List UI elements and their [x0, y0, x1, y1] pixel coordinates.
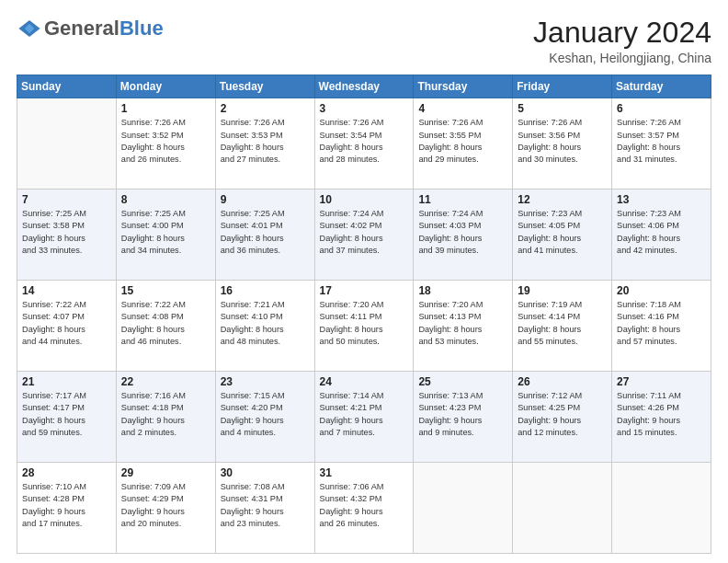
calendar-cell-w5-d2: 29Sunrise: 7:09 AM Sunset: 4:29 PM Dayli… [116, 463, 215, 554]
day-content: Sunrise: 7:12 AM Sunset: 4:25 PM Dayligh… [518, 390, 607, 439]
day-number: 28 [22, 466, 111, 479]
calendar-cell-w3-d5: 18Sunrise: 7:20 AM Sunset: 4:13 PM Dayli… [414, 281, 513, 372]
day-content: Sunrise: 7:25 AM Sunset: 4:01 PM Dayligh… [221, 208, 310, 257]
day-content: Sunrise: 7:21 AM Sunset: 4:10 PM Dayligh… [221, 299, 310, 348]
day-number: 4 [418, 102, 507, 115]
day-content: Sunrise: 7:08 AM Sunset: 4:31 PM Dayligh… [221, 481, 310, 530]
calendar-header-row: Sunday Monday Tuesday Wednesday Thursday… [17, 75, 711, 98]
calendar-cell-w1-d7: 6Sunrise: 7:26 AM Sunset: 3:57 PM Daylig… [612, 98, 711, 190]
calendar-cell-w5-d1: 28Sunrise: 7:10 AM Sunset: 4:28 PM Dayli… [17, 463, 117, 554]
day-number: 24 [320, 375, 409, 388]
day-content: Sunrise: 7:26 AM Sunset: 3:54 PM Dayligh… [320, 117, 409, 166]
calendar-cell-w3-d3: 16Sunrise: 7:21 AM Sunset: 4:10 PM Dayli… [215, 281, 314, 372]
calendar-cell-w4-d2: 22Sunrise: 7:16 AM Sunset: 4:18 PM Dayli… [116, 372, 215, 463]
day-content: Sunrise: 7:20 AM Sunset: 4:13 PM Dayligh… [418, 299, 507, 348]
calendar-cell-w1-d2: 1Sunrise: 7:26 AM Sunset: 3:52 PM Daylig… [116, 98, 215, 190]
calendar-cell-w4-d3: 23Sunrise: 7:15 AM Sunset: 4:20 PM Dayli… [215, 372, 314, 463]
day-content: Sunrise: 7:13 AM Sunset: 4:23 PM Dayligh… [418, 390, 507, 439]
calendar-cell-w2-d2: 8Sunrise: 7:25 AM Sunset: 4:00 PM Daylig… [116, 190, 215, 281]
calendar-cell-w1-d4: 3Sunrise: 7:26 AM Sunset: 3:54 PM Daylig… [314, 98, 414, 190]
calendar-week-row-3: 14Sunrise: 7:22 AM Sunset: 4:07 PM Dayli… [17, 281, 711, 372]
day-number: 18 [418, 284, 507, 297]
day-content: Sunrise: 7:22 AM Sunset: 4:08 PM Dayligh… [121, 299, 210, 348]
logo-icon [17, 20, 42, 37]
day-number: 6 [617, 102, 706, 115]
day-content: Sunrise: 7:09 AM Sunset: 4:29 PM Dayligh… [121, 481, 210, 530]
calendar-week-row-1: 1Sunrise: 7:26 AM Sunset: 3:52 PM Daylig… [17, 98, 711, 190]
day-content: Sunrise: 7:16 AM Sunset: 4:18 PM Dayligh… [121, 390, 210, 439]
day-number: 26 [518, 375, 607, 388]
day-content: Sunrise: 7:11 AM Sunset: 4:26 PM Dayligh… [617, 390, 706, 439]
month-year: January 2024 [533, 17, 711, 49]
day-content: Sunrise: 7:26 AM Sunset: 3:53 PM Dayligh… [221, 117, 310, 166]
calendar-cell-w2-d7: 13Sunrise: 7:23 AM Sunset: 4:06 PM Dayli… [612, 190, 711, 281]
calendar-week-row-2: 7Sunrise: 7:25 AM Sunset: 3:58 PM Daylig… [17, 190, 711, 281]
day-content: Sunrise: 7:24 AM Sunset: 4:02 PM Dayligh… [320, 208, 409, 257]
calendar-cell-w1-d3: 2Sunrise: 7:26 AM Sunset: 3:53 PM Daylig… [215, 98, 314, 190]
day-content: Sunrise: 7:18 AM Sunset: 4:16 PM Dayligh… [617, 299, 706, 348]
page: GeneralBlue January 2024 Keshan, Heilong… [0, 0, 728, 563]
day-content: Sunrise: 7:24 AM Sunset: 4:03 PM Dayligh… [418, 208, 507, 257]
day-number: 16 [221, 284, 310, 297]
day-content: Sunrise: 7:22 AM Sunset: 4:07 PM Dayligh… [22, 299, 111, 348]
day-number: 8 [121, 193, 210, 206]
calendar-cell-w1-d6: 5Sunrise: 7:26 AM Sunset: 3:56 PM Daylig… [513, 98, 612, 190]
day-number: 20 [617, 284, 706, 297]
day-number: 2 [221, 102, 310, 115]
day-number: 15 [121, 284, 210, 297]
day-content: Sunrise: 7:19 AM Sunset: 4:14 PM Dayligh… [518, 299, 607, 348]
calendar-cell-w2-d4: 10Sunrise: 7:24 AM Sunset: 4:02 PM Dayli… [314, 190, 414, 281]
calendar-cell-w4-d1: 21Sunrise: 7:17 AM Sunset: 4:17 PM Dayli… [17, 372, 117, 463]
calendar-cell-w5-d7 [612, 463, 711, 554]
calendar-cell-w5-d5 [414, 463, 513, 554]
calendar-week-row-5: 28Sunrise: 7:10 AM Sunset: 4:28 PM Dayli… [17, 463, 711, 554]
day-content: Sunrise: 7:10 AM Sunset: 4:28 PM Dayligh… [22, 481, 111, 530]
day-number: 22 [121, 375, 210, 388]
day-content: Sunrise: 7:25 AM Sunset: 3:58 PM Dayligh… [22, 208, 111, 257]
calendar-cell-w3-d4: 17Sunrise: 7:20 AM Sunset: 4:11 PM Dayli… [314, 281, 414, 372]
day-number: 31 [320, 466, 409, 479]
day-content: Sunrise: 7:26 AM Sunset: 3:55 PM Dayligh… [418, 117, 507, 166]
day-content: Sunrise: 7:14 AM Sunset: 4:21 PM Dayligh… [320, 390, 409, 439]
calendar-cell-w3-d2: 15Sunrise: 7:22 AM Sunset: 4:08 PM Dayli… [116, 281, 215, 372]
calendar-cell-w4-d6: 26Sunrise: 7:12 AM Sunset: 4:25 PM Dayli… [513, 372, 612, 463]
calendar-table: Sunday Monday Tuesday Wednesday Thursday… [17, 75, 711, 554]
day-number: 25 [418, 375, 507, 388]
day-number: 19 [518, 284, 607, 297]
calendar-cell-w2-d5: 11Sunrise: 7:24 AM Sunset: 4:03 PM Dayli… [414, 190, 513, 281]
day-content: Sunrise: 7:20 AM Sunset: 4:11 PM Dayligh… [320, 299, 409, 348]
day-content: Sunrise: 7:06 AM Sunset: 4:32 PM Dayligh… [320, 481, 409, 530]
col-header-tuesday: Tuesday [215, 75, 314, 98]
logo-general: General [44, 17, 119, 40]
col-header-friday: Friday [513, 75, 612, 98]
day-content: Sunrise: 7:17 AM Sunset: 4:17 PM Dayligh… [22, 390, 111, 439]
day-content: Sunrise: 7:26 AM Sunset: 3:52 PM Dayligh… [121, 117, 210, 166]
calendar-cell-w2-d6: 12Sunrise: 7:23 AM Sunset: 4:05 PM Dayli… [513, 190, 612, 281]
calendar-cell-w3-d6: 19Sunrise: 7:19 AM Sunset: 4:14 PM Dayli… [513, 281, 612, 372]
day-number: 27 [617, 375, 706, 388]
calendar-cell-w3-d7: 20Sunrise: 7:18 AM Sunset: 4:16 PM Dayli… [612, 281, 711, 372]
day-content: Sunrise: 7:25 AM Sunset: 4:00 PM Dayligh… [121, 208, 210, 257]
header: GeneralBlue January 2024 Keshan, Heilong… [17, 17, 711, 65]
day-number: 11 [418, 193, 507, 206]
day-number: 23 [221, 375, 310, 388]
calendar-cell-w5-d4: 31Sunrise: 7:06 AM Sunset: 4:32 PM Dayli… [314, 463, 414, 554]
calendar-cell-w1-d5: 4Sunrise: 7:26 AM Sunset: 3:55 PM Daylig… [414, 98, 513, 190]
day-number: 29 [121, 466, 210, 479]
calendar-cell-w4-d4: 24Sunrise: 7:14 AM Sunset: 4:21 PM Dayli… [314, 372, 414, 463]
calendar-cell-w4-d7: 27Sunrise: 7:11 AM Sunset: 4:26 PM Dayli… [612, 372, 711, 463]
day-number: 30 [221, 466, 310, 479]
calendar-week-row-4: 21Sunrise: 7:17 AM Sunset: 4:17 PM Dayli… [17, 372, 711, 463]
calendar-cell-w4-d5: 25Sunrise: 7:13 AM Sunset: 4:23 PM Dayli… [414, 372, 513, 463]
location: Keshan, Heilongjiang, China [533, 51, 711, 65]
col-header-saturday: Saturday [612, 75, 711, 98]
day-number: 10 [320, 193, 409, 206]
day-number: 3 [320, 102, 409, 115]
col-header-thursday: Thursday [414, 75, 513, 98]
day-content: Sunrise: 7:26 AM Sunset: 3:56 PM Dayligh… [518, 117, 607, 166]
day-content: Sunrise: 7:15 AM Sunset: 4:20 PM Dayligh… [221, 390, 310, 439]
day-number: 14 [22, 284, 111, 297]
logo-blue: Blue [119, 17, 164, 40]
logo-text: GeneralBlue [44, 17, 164, 40]
day-number: 7 [22, 193, 111, 206]
